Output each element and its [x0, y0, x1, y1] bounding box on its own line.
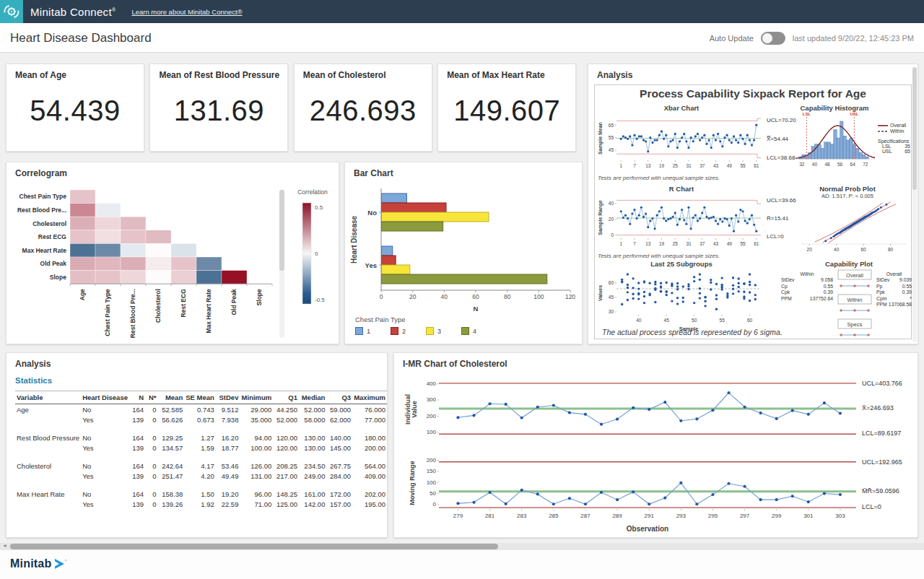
svg-text:281: 281 [485, 513, 495, 519]
stats-col-header: Q1 [273, 391, 299, 404]
svg-text:0.5: 0.5 [315, 204, 323, 211]
brand-title: Minitab Connect® [30, 6, 116, 18]
stats-col-header: Heart Disease [81, 391, 129, 404]
svg-text:Slope: Slope [256, 289, 263, 305]
svg-text:65: 65 [609, 123, 614, 128]
svg-text:1: 1 [619, 241, 622, 246]
table-row: Rest Blood PressureNo1640129.251.2716.20… [15, 432, 387, 443]
xbar-tests-note: Tests are performed with unequal sample … [598, 175, 720, 181]
svg-text:40: 40 [441, 293, 448, 300]
svg-text:Max Heart Rate: Max Heart Rate [206, 289, 213, 334]
svg-text:Rest ECG: Rest ECG [180, 289, 188, 318]
svg-text:19: 19 [659, 241, 665, 246]
svg-text:61: 61 [754, 163, 759, 168]
table-row: Yes1390134.571.5918.77100.00120.00130.00… [15, 443, 387, 453]
svg-text:0: 0 [380, 293, 383, 300]
svg-text:Age: Age [79, 289, 87, 300]
legend-item[interactable]: 1 [355, 327, 370, 335]
horizontal-scrollbar-thumb[interactable] [10, 544, 498, 549]
svg-text:45: 45 [609, 147, 614, 152]
page-title: Heart Disease Dashboard [10, 31, 152, 45]
svg-text:60: 60 [747, 318, 753, 323]
svg-text:50: 50 [430, 490, 436, 497]
svg-text:289: 289 [612, 513, 622, 519]
svg-text:200: 200 [427, 457, 437, 463]
svg-text:Max Heart Rate: Max Heart Rate [22, 247, 67, 254]
svg-text:55: 55 [740, 163, 746, 168]
svg-text:60: 60 [472, 293, 479, 300]
kpi-label: Mean of Age [15, 70, 66, 80]
table-row: Yes139056.6260.6737.93835.00052.00058.00… [15, 414, 387, 425]
legend-item[interactable]: 4 [461, 327, 476, 335]
svg-text:40: 40 [834, 247, 840, 252]
kpi-label: Mean of Rest Blood Pressure [159, 70, 279, 80]
scroll-left-arrow-icon[interactable]: ◄ [2, 543, 7, 548]
toggle-knob [762, 33, 772, 43]
legend-item[interactable]: 2 [391, 327, 406, 335]
top-app-bar: Minitab Connect® Learn more about Minita… [0, 0, 924, 23]
stats-col-header: Minimum [240, 391, 273, 404]
table-row: Yes1390139.261.9222.5971.00125.00142.001… [15, 499, 387, 509]
correlogram-heatmap: Chest Pain TypeRest Blood Pre...Choleste… [9, 181, 278, 341]
auto-update-toggle[interactable] [761, 32, 785, 45]
sixpack-report: Process Capability Sixpack Report for Ag… [594, 84, 912, 339]
svg-text:30: 30 [609, 309, 614, 314]
svg-text:56: 56 [837, 162, 843, 167]
legend-item[interactable]: 3 [426, 327, 441, 335]
svg-text:N: N [474, 305, 479, 313]
svg-text:Rest ECG: Rest ECG [38, 233, 67, 240]
xbar-chart: Sample Mean45556517131925313743495561 [596, 113, 765, 173]
capability-histogram: LSLUSL324048566472 [791, 111, 878, 178]
minitab-connect-logo-icon[interactable] [0, 0, 23, 23]
svg-text:Value: Value [411, 401, 418, 418]
svg-text:80: 80 [504, 293, 511, 300]
kpi-label: Mean of Max Heart Rate [447, 70, 544, 80]
svg-text:Sample Mean: Sample Mean [598, 122, 603, 154]
page-header: Heart Disease Dashboard Auto Update last… [0, 23, 924, 53]
svg-text:100: 100 [427, 479, 437, 486]
svg-text:60: 60 [609, 280, 614, 285]
kpi-card: Mean of Rest Blood Pressure131.69 [149, 64, 288, 152]
svg-text:0: 0 [315, 251, 318, 257]
svg-text:Moving Range: Moving Range [409, 461, 416, 505]
svg-text:60: 60 [860, 247, 866, 252]
svg-text:61: 61 [754, 241, 759, 246]
kpi-value: 131.69 [150, 95, 287, 127]
learn-more-link[interactable]: Learn more about Minitab Connect® [131, 8, 242, 16]
svg-text:301: 301 [803, 513, 814, 519]
svg-text:43: 43 [713, 163, 719, 168]
kpi-card: Mean of Max Heart Rate149.607 [437, 64, 576, 152]
kpi-value: 149.607 [438, 95, 575, 127]
svg-text:50: 50 [692, 318, 697, 323]
svg-text:40: 40 [636, 318, 642, 323]
svg-text:Rest Blood Pre...: Rest Blood Pre... [130, 289, 137, 338]
svg-text:49: 49 [727, 163, 733, 168]
svg-text:299: 299 [772, 513, 782, 519]
mr-lcl-label: LCL=0 [862, 503, 881, 510]
svg-text:0: 0 [433, 501, 437, 508]
stats-col-header: Median [299, 391, 326, 404]
r-chart-title: R Chart [602, 185, 761, 193]
svg-text:300: 300 [427, 396, 437, 403]
capplot-within-stats: WithinStDev9.058Cp0.55Cpk0.39PPM137752.6… [781, 271, 833, 302]
svg-text:400: 400 [427, 380, 437, 387]
svg-text:Correlation: Correlation [297, 188, 328, 196]
stats-col-header: SE Mean [184, 391, 216, 404]
svg-text:Within: Within [847, 297, 863, 303]
table-row: AgeNo164052.5850.7439.51229.00044.25052.… [15, 404, 387, 415]
moving-range-chart: Moving Range0501001502002792812832852872… [394, 451, 859, 523]
r-tests-note: Tests are performed with unequal sample … [598, 253, 720, 259]
svg-text:Heart Disease: Heart Disease [350, 215, 358, 264]
svg-text:64: 64 [850, 162, 856, 167]
panel-scrollbar[interactable] [912, 67, 917, 342]
correlogram-scrollbar[interactable] [279, 190, 284, 338]
svg-text:293: 293 [676, 513, 687, 519]
table-row: Max Heart RateNo1640158.381.5019.2096.00… [15, 489, 387, 499]
imr-chart-panel: I-MR Chart of Cholesterol IndividualValu… [393, 352, 918, 538]
svg-text:Specs: Specs [847, 321, 863, 328]
kpi-label: Mean of Cholesterol [303, 70, 386, 80]
svg-text:72: 72 [863, 162, 868, 167]
minitab-footer-logo[interactable]: Minitab [10, 557, 67, 570]
normal-prob-plot: 20406080 [796, 199, 911, 260]
svg-text:20: 20 [609, 217, 614, 222]
